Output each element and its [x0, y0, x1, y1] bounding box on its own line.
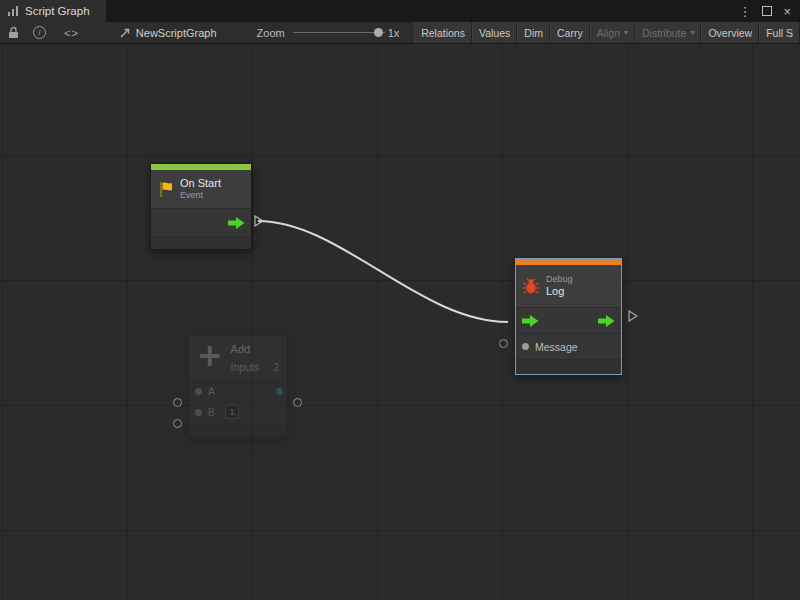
control-input-port-icon[interactable] [522, 315, 539, 327]
control-output-row [151, 208, 251, 236]
add-port-b-connector[interactable] [173, 419, 182, 428]
info-icon[interactable]: i [33, 26, 46, 39]
output-port-icon[interactable] [276, 388, 283, 395]
align-button[interactable]: Align ▾ [590, 22, 635, 43]
node-footer [189, 422, 287, 437]
graph-canvas[interactable]: On Start Event [0, 44, 800, 600]
relations-button[interactable]: Relations [414, 22, 472, 43]
window-maximize-icon[interactable] [762, 6, 772, 16]
node-footer [151, 236, 251, 249]
chevron-down-icon: ▾ [624, 29, 628, 37]
values-button[interactable]: Values [472, 22, 517, 43]
port-b-row: B 1 [189, 401, 287, 422]
node-header: Debug Log [516, 265, 621, 307]
tab-title: Script Graph [25, 5, 90, 17]
toolbar-buttons: Relations Values Dim Carry Align ▾ Distr… [414, 22, 800, 43]
titlebar: Script Graph ⋮ × [0, 0, 800, 22]
zoom-label: Zoom [257, 27, 285, 39]
carry-button[interactable]: Carry [550, 22, 590, 43]
graph-window-icon [7, 5, 19, 17]
graph-toolbar: i <> NewScriptGraph Zoom 1x Relations Va… [0, 22, 800, 44]
dim-button[interactable]: Dim [517, 22, 550, 43]
window-menu-icon[interactable]: ⋮ [738, 5, 751, 18]
zoom-slider-knob[interactable] [374, 28, 383, 37]
message-port-connector[interactable] [499, 339, 508, 348]
connection-wire [0, 44, 800, 600]
graph-name: NewScriptGraph [136, 27, 217, 39]
node-title: On Start [180, 177, 221, 190]
control-flow-row [516, 307, 621, 333]
node-title: Log [546, 285, 573, 298]
graph-reference[interactable]: NewScriptGraph [119, 27, 217, 39]
bug-icon [522, 277, 540, 295]
code-icon[interactable]: <> [64, 27, 79, 39]
flag-icon [157, 181, 174, 198]
port-b-value-field[interactable]: 1 [225, 405, 239, 419]
zoom-slider-track [293, 32, 385, 33]
value-port-icon[interactable] [195, 388, 202, 395]
zoom-slider[interactable] [293, 26, 385, 39]
port-label: Message [535, 341, 578, 353]
port-label: A [208, 385, 215, 397]
port-label: B [208, 406, 215, 418]
port-a-row: A [189, 380, 287, 401]
distribute-button[interactable]: Distribute ▾ [635, 22, 701, 43]
node-header: On Start Event [151, 170, 251, 208]
inputs-setting[interactable]: Inputs 2 [231, 361, 279, 373]
tab-script-graph[interactable]: Script Graph [0, 0, 106, 22]
node-footer [516, 359, 621, 374]
fullscreen-button[interactable]: Full S [759, 22, 800, 43]
on-start-node[interactable]: On Start Event [150, 163, 252, 250]
message-port-row: Message [516, 333, 621, 359]
window-controls: ⋮ × [738, 0, 800, 22]
add-port-a-connector[interactable] [173, 398, 182, 407]
control-output-port-icon[interactable] [228, 217, 245, 229]
window-close-icon[interactable]: × [783, 5, 791, 18]
wire-start-arrow-icon [254, 215, 264, 227]
chevron-down-icon: ▾ [690, 29, 694, 37]
graph-asset-icon [119, 27, 131, 39]
lock-icon[interactable] [8, 26, 19, 39]
node-subtitle: Event [180, 190, 221, 201]
value-port-icon[interactable] [195, 409, 202, 416]
overview-button[interactable]: Overview [701, 22, 759, 43]
add-node-dimmed[interactable]: Add Inputs 2 A B 1 [188, 335, 288, 438]
debug-output-port-icon[interactable] [628, 310, 638, 322]
script-graph-window: Script Graph ⋮ × i <> NewScriptGraph Zoo [0, 0, 800, 600]
value-port-icon[interactable] [522, 343, 529, 350]
control-output-port-icon[interactable] [598, 315, 615, 327]
add-output-connector[interactable] [293, 398, 302, 407]
debug-log-node[interactable]: Debug Log Message [515, 258, 622, 375]
zoom-value: 1x [388, 27, 400, 39]
plus-icon [197, 343, 223, 369]
node-header: Add Inputs 2 [189, 336, 287, 380]
node-category: Debug [546, 274, 573, 285]
node-title: Add [231, 343, 279, 355]
